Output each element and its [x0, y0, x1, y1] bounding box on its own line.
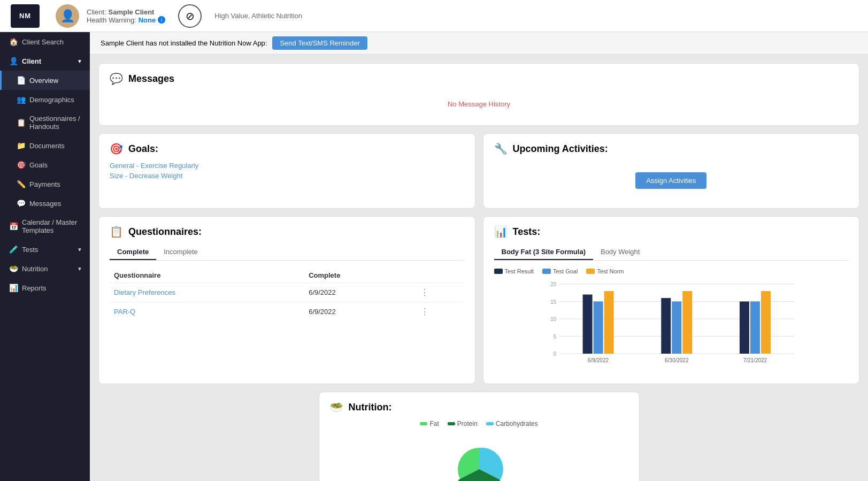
- bar: [604, 291, 613, 354]
- goals-icon: 🎯: [17, 161, 25, 169]
- health-warning-value[interactable]: None: [139, 16, 156, 24]
- legend-item: Test Norm: [586, 268, 624, 274]
- documents-icon: 📁: [17, 141, 25, 150]
- tests-card: 📊 Tests: Body Fat (3 Site Formula) Body …: [483, 216, 860, 384]
- bar: [672, 302, 681, 354]
- messages-card-icon: 💬: [110, 72, 123, 85]
- messages-card: 💬 Messages No Message History: [98, 63, 859, 126]
- sidebar-item-client-search[interactable]: 🏠 Client Search: [0, 32, 90, 51]
- tab-body-fat[interactable]: Body Fat (3 Site Formula): [494, 245, 593, 260]
- nutrition-legend-item: Protein: [448, 420, 478, 427]
- tests-icon: 🧪: [9, 245, 18, 254]
- legend-item: Test Result: [494, 268, 534, 274]
- sidebar-item-messages[interactable]: 💬 Messages: [0, 194, 90, 213]
- bar: [661, 298, 671, 354]
- col-complete: Complete: [304, 268, 416, 283]
- client-name-block: Client: Sample Client Health Warning: No…: [87, 8, 165, 24]
- sidebar-item-documents[interactable]: 📁 Documents: [0, 136, 90, 155]
- assign-activities-button[interactable]: Assign Activities: [635, 172, 706, 189]
- table-row: PAR-Q 6/9/2022 ⋮: [110, 302, 464, 322]
- payments-icon: ✏️: [17, 180, 25, 188]
- tests-chevron-icon: ▼: [77, 247, 82, 253]
- home-icon: 🏠: [9, 37, 18, 46]
- bar: [750, 302, 759, 354]
- sidebar-item-client[interactable]: 👤 Client ▼: [0, 51, 90, 71]
- sidebar-item-nutrition[interactable]: 🥗 Nutrition ▼: [0, 259, 90, 278]
- send-sms-button[interactable]: Send Text/SMS Reminder: [272, 36, 367, 50]
- legend-item: Test Goal: [542, 268, 578, 274]
- badge-icon: ⊘: [178, 4, 202, 28]
- goals-card: 🎯 Goals: General - Exercise Regularly Si…: [98, 133, 475, 209]
- questionnaire-date: 6/9/2022: [304, 302, 416, 322]
- questionnaire-name[interactable]: PAR-Q: [110, 302, 304, 322]
- sidebar-item-reports[interactable]: 📊 Reports: [0, 278, 90, 297]
- sidebar-item-tests[interactable]: 🧪 Tests ▼: [0, 240, 90, 259]
- questionnaires-icon: 📋: [17, 118, 25, 127]
- bar: [739, 302, 749, 354]
- tests-card-title: 📊 Tests:: [494, 225, 849, 238]
- svg-text:5: 5: [553, 334, 556, 340]
- activities-card: 🔧 Upcoming Activities: Assign Activities: [483, 133, 860, 209]
- activities-card-title: 🔧 Upcoming Activities:: [494, 142, 849, 155]
- bar: [593, 302, 603, 354]
- sidebar-item-questionnaires[interactable]: 📋 Questionnaires / Handouts: [0, 109, 90, 136]
- chart-legend: Test ResultTest GoalTest Norm: [494, 268, 849, 274]
- svg-text:0: 0: [553, 351, 556, 357]
- goal-item-2: Size - Decrease Weight: [110, 172, 464, 180]
- svg-text:7/21/2022: 7/21/2022: [743, 357, 767, 363]
- info-icon[interactable]: i: [158, 16, 165, 24]
- row-menu-dots[interactable]: ⋮: [416, 302, 464, 322]
- pie-chart-container: [330, 433, 628, 481]
- test-tabs: Body Fat (3 Site Formula) Body Weight: [494, 245, 849, 261]
- messages-icon: 💬: [17, 199, 25, 208]
- tab-complete[interactable]: Complete: [110, 245, 156, 260]
- svg-text:6/9/2022: 6/9/2022: [588, 357, 609, 363]
- health-warning: Health Warning: None i: [87, 16, 165, 24]
- client-label: Client:: [87, 8, 106, 16]
- sidebar-item-payments[interactable]: ✏️ Payments: [0, 174, 90, 194]
- nutrition-card-icon: 🥗: [330, 401, 343, 414]
- demographics-icon: 👥: [17, 95, 25, 104]
- q-tests-row: 📋 Questionnaires: Complete Incomplete Qu…: [98, 216, 859, 392]
- nutrition-icon: 🥗: [9, 264, 18, 273]
- main-layout: 🏠 Client Search 👤 Client ▼ 📄 Overview 👥 …: [0, 32, 868, 481]
- bar: [682, 291, 692, 354]
- tab-body-weight[interactable]: Body Weight: [593, 245, 647, 260]
- top-header: NM 👤 Client: Sample Client Health Warnin…: [0, 0, 868, 32]
- goals-activities-row: 🎯 Goals: General - Exercise Regularly Si…: [98, 133, 859, 216]
- sidebar-item-demographics[interactable]: 👥 Demographics: [0, 90, 90, 109]
- no-message-history: No Message History: [110, 91, 848, 117]
- table-row: Dietary Preferences 6/9/2022 ⋮: [110, 283, 464, 302]
- questionnaires-card: 📋 Questionnaires: Complete Incomplete Qu…: [98, 216, 475, 384]
- chart-container: 051015206/9/20226/30/20227/21/2022: [494, 279, 849, 375]
- nutrition-legend-item: Fat: [420, 420, 439, 427]
- client-tags: High Value, Athletic Nutrition: [214, 12, 302, 20]
- nutrition-legend: FatProteinCarbohydrates: [330, 420, 628, 427]
- nutrition-legend-item: Carbohydrates: [486, 420, 538, 427]
- sidebar-item-goals[interactable]: 🎯 Goals: [0, 155, 90, 174]
- bar: [582, 295, 592, 354]
- activities-card-icon: 🔧: [494, 142, 508, 155]
- sidebar-item-calendar[interactable]: 📅 Calendar / Master Templates: [0, 213, 90, 240]
- nutrition-card-title: 🥗 Nutrition:: [330, 401, 628, 414]
- nutrition-chevron-icon: ▼: [77, 266, 82, 272]
- row-menu-dots[interactable]: ⋮: [416, 283, 464, 302]
- sidebar-item-overview[interactable]: 📄 Overview: [0, 71, 90, 90]
- bar: [761, 291, 770, 354]
- nutrition-card: 🥗 Nutrition: FatProteinCarbohydrates: [319, 392, 640, 481]
- overview-icon: 📄: [17, 76, 25, 85]
- questionnaire-date: 6/9/2022: [304, 283, 416, 302]
- goal-item-1: General - Exercise Regularly: [110, 162, 464, 170]
- client-info-header: 👤 Client: Sample Client Health Warning: …: [56, 4, 857, 28]
- questionnaires-card-icon: 📋: [110, 225, 123, 238]
- notif-message: Sample Client has not installed the Nutr…: [101, 39, 267, 47]
- goals-card-icon: 🎯: [110, 142, 123, 155]
- questionnaires-table: Questionnaire Complete Dietary Preferenc…: [110, 268, 464, 321]
- tab-incomplete[interactable]: Incomplete: [156, 245, 205, 260]
- goals-card-title: 🎯 Goals:: [110, 142, 464, 155]
- logo: NM: [11, 4, 40, 28]
- client-icon: 👤: [9, 57, 18, 65]
- calendar-icon: 📅: [9, 222, 18, 231]
- questionnaires-card-title: 📋 Questionnaires:: [110, 225, 464, 238]
- questionnaire-name[interactable]: Dietary Preferences: [110, 283, 304, 302]
